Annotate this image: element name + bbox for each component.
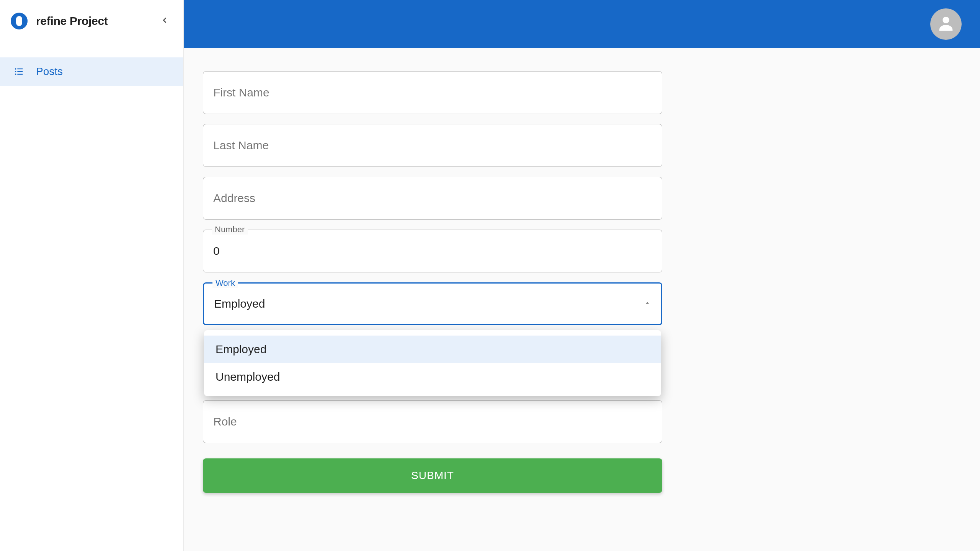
- address-input[interactable]: [213, 192, 652, 205]
- list-icon: [11, 66, 27, 77]
- last-name-field[interactable]: Last Name: [203, 124, 662, 167]
- role-field[interactable]: Role: [203, 400, 662, 443]
- sidebar-items: Posts: [0, 42, 183, 86]
- svg-point-2: [15, 73, 16, 75]
- svg-rect-5: [17, 74, 23, 75]
- role-input[interactable]: [213, 415, 652, 428]
- person-icon: [936, 13, 956, 35]
- sidebar-header: refine Project: [0, 0, 183, 42]
- work-option-unemployed[interactable]: Unemployed: [204, 363, 661, 391]
- work-select-value: Employed: [214, 297, 265, 310]
- work-dropdown: Employed Unemployed: [204, 330, 661, 396]
- sidebar-item-posts[interactable]: Posts: [0, 57, 183, 86]
- svg-point-6: [942, 17, 949, 23]
- caret-up-icon: [644, 299, 651, 308]
- number-label: Number: [212, 225, 248, 235]
- work-option-employed[interactable]: Employed: [204, 336, 661, 363]
- last-name-input[interactable]: [213, 139, 652, 152]
- work-select[interactable]: Work Employed Employed Unemployed ⌖: [203, 282, 662, 325]
- svg-rect-4: [17, 71, 23, 72]
- refine-logo-icon: [11, 13, 28, 29]
- user-avatar[interactable]: [930, 8, 962, 40]
- svg-point-0: [15, 68, 16, 70]
- sidebar-collapse-button[interactable]: [157, 13, 172, 29]
- work-option-label: Unemployed: [216, 370, 280, 383]
- sidebar: refine Project Posts: [0, 0, 184, 551]
- work-option-label: Employed: [216, 343, 266, 356]
- sidebar-item-label: Posts: [36, 65, 63, 78]
- first-name-field[interactable]: First Name: [203, 71, 662, 114]
- submit-button[interactable]: SUBMIT: [203, 458, 662, 493]
- svg-rect-3: [17, 68, 23, 69]
- address-field[interactable]: Address: [203, 177, 662, 220]
- project-title: refine Project: [36, 15, 108, 28]
- first-name-input[interactable]: [213, 86, 652, 99]
- chevron-left-icon: [160, 16, 169, 26]
- form: First Name Last Name Address Number Work…: [203, 71, 662, 493]
- number-field[interactable]: Number: [203, 230, 662, 272]
- work-label: Work: [212, 278, 238, 288]
- topbar: [184, 0, 980, 48]
- main-content: First Name Last Name Address Number Work…: [184, 48, 980, 551]
- number-input[interactable]: [213, 245, 652, 258]
- svg-point-1: [15, 71, 16, 72]
